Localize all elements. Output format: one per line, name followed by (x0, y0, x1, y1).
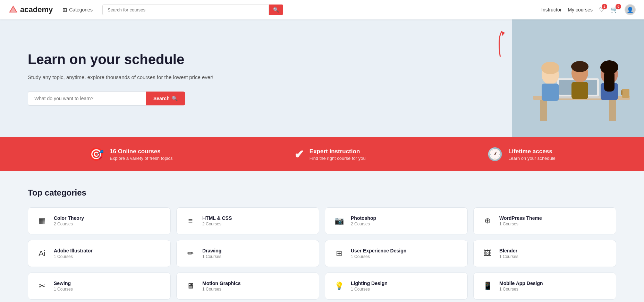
categories-title: Top categories (28, 188, 616, 198)
svg-rect-19 (604, 71, 615, 92)
cat-info-sewing: Sewing 1 Courses (54, 281, 73, 292)
cat-count-wordpress: 1 Courses (499, 222, 542, 226)
my-courses-link[interactable]: My courses (568, 7, 593, 12)
banner-lifetime-title: Lifetime access (508, 148, 556, 155)
cat-name-photoshop: Photoshop (351, 215, 376, 221)
category-card-mobile-app[interactable]: 📱 Mobile App Design 1 Courses (473, 273, 616, 300)
wishlist-badge: 2 (602, 4, 607, 9)
banner-lifetime-sub: Learn on your schedule (508, 156, 556, 161)
cat-icon-sewing: ✂ (35, 279, 49, 293)
instructor-link[interactable]: Instructor (541, 7, 561, 12)
cat-icon-color-theory: ▦ (35, 214, 49, 228)
svg-rect-6 (609, 100, 616, 121)
banner-expert-title: Expert instruction (310, 148, 366, 155)
hero-title: Learn on your schedule (28, 51, 213, 68)
categories-grid: ▦ Color Theory 2 Courses ≡ HTML & CSS 2 … (28, 207, 616, 300)
clock-icon: 🕐 (487, 147, 503, 162)
cat-icon-drawing: ✏ (184, 247, 197, 260)
hero-subtitle: Study any topic, anytime. explore thousa… (28, 73, 213, 81)
svg-point-15 (571, 61, 588, 72)
cat-count-photoshop: 2 Courses (351, 222, 376, 226)
category-card-lighting-design[interactable]: 💡 Lighting Design 1 Courses (325, 273, 468, 300)
hero-search-label: Search (153, 96, 170, 101)
cat-name-blender: Blender (499, 248, 518, 253)
svg-rect-21 (621, 90, 622, 95)
cat-count-color-theory: 2 Courses (54, 222, 84, 226)
target-icon: 🎯 (88, 147, 104, 162)
category-card-motion-graphics[interactable]: 🖥 Motion Graphics 1 Courses (176, 273, 319, 300)
cat-icon-blender: 🖼 (481, 247, 494, 260)
cat-info-wordpress: WordPress Theme 1 Courses (499, 215, 542, 226)
cat-icon-photoshop: 📷 (332, 214, 346, 228)
category-card-photoshop[interactable]: 📷 Photoshop 2 Courses (325, 207, 468, 234)
banner-courses-sub: Explore a variety of fresh topics (110, 156, 172, 161)
navbar-search-button[interactable]: 🔍 (269, 5, 283, 15)
cat-name-ux-design: User Experience Design (351, 248, 406, 253)
navbar-search-input[interactable] (102, 5, 269, 15)
hero-search-button[interactable]: Search 🔍 (146, 92, 185, 105)
logo[interactable]: academy (8, 5, 53, 15)
hero-content: Learn on your schedule Study any topic, … (0, 30, 241, 127)
logo-text: academy (20, 5, 53, 14)
cat-icon-wordpress: ⊕ (481, 214, 494, 228)
category-card-adobe-illustrator[interactable]: Ai Adobe Illustrator 1 Courses (28, 240, 171, 267)
grid-icon: ⊞ (62, 7, 67, 13)
hero-search-input[interactable] (28, 91, 146, 106)
banner-expert-sub: Find the right course for you (310, 156, 366, 161)
check-icon: ✔ (294, 147, 304, 161)
cat-name-mobile-app: Mobile App Design (499, 281, 543, 286)
wishlist-button[interactable]: ♡ 2 (599, 6, 604, 14)
categories-label: Categories (69, 7, 93, 12)
search-icon: 🔍 (172, 96, 178, 101)
svg-rect-14 (571, 82, 588, 99)
cat-info-photoshop: Photoshop 2 Courses (351, 215, 376, 226)
cat-icon-adobe-illustrator: Ai (35, 247, 49, 260)
cat-name-wordpress: WordPress Theme (499, 215, 542, 221)
cat-name-lighting-design: Lighting Design (351, 281, 388, 286)
cat-icon-ux-design: ⊞ (332, 247, 346, 260)
cat-info-mobile-app: Mobile App Design 1 Courses (499, 281, 543, 292)
category-card-sewing[interactable]: ✂ Sewing 1 Courses (28, 273, 171, 300)
category-card-drawing[interactable]: ✏ Drawing 1 Courses (176, 240, 319, 267)
avatar[interactable]: 👤 (625, 4, 636, 15)
cat-icon-lighting-design: 💡 (332, 279, 346, 293)
categories-section: Top categories ▦ Color Theory 2 Courses … (0, 171, 644, 302)
cat-name-html-css: HTML & CSS (202, 215, 232, 221)
category-card-ux-design[interactable]: ⊞ User Experience Design 1 Courses (325, 240, 468, 267)
banner-item-lifetime: 🕐 Lifetime access Learn on your schedule (487, 147, 556, 162)
navbar-search: 🔍 (102, 5, 535, 15)
svg-rect-5 (540, 100, 547, 121)
category-card-wordpress[interactable]: ⊕ WordPress Theme 1 Courses (473, 207, 616, 234)
cat-info-adobe-illustrator: Adobe Illustrator 1 Courses (54, 248, 93, 259)
banner-item-expert: ✔ Expert instruction Find the right cour… (294, 147, 366, 161)
cat-info-color-theory: Color Theory 2 Courses (54, 215, 84, 226)
cat-count-sewing: 1 Courses (54, 287, 73, 292)
cat-name-color-theory: Color Theory (54, 215, 84, 221)
cat-info-lighting-design: Lighting Design 1 Courses (351, 281, 388, 292)
cat-count-html-css: 2 Courses (202, 222, 232, 226)
navbar: academy ⊞ Categories 🔍 Instructor My cou… (0, 0, 644, 19)
cart-badge: 0 (616, 4, 621, 9)
categories-button[interactable]: ⊞ Categories (59, 5, 96, 15)
category-card-color-theory[interactable]: ▦ Color Theory 2 Courses (28, 207, 171, 234)
cat-info-ux-design: User Experience Design 1 Courses (351, 248, 406, 259)
cat-count-lighting-design: 1 Courses (351, 287, 388, 292)
cat-info-drawing: Drawing 1 Courses (202, 248, 221, 259)
cart-button[interactable]: 🛒 0 (611, 6, 618, 14)
cat-count-drawing: 1 Courses (202, 254, 221, 259)
cat-icon-html-css: ≡ (184, 214, 197, 228)
hero-search-bar: Search 🔍 (28, 91, 213, 106)
cat-name-sewing: Sewing (54, 281, 73, 286)
cat-name-drawing: Drawing (202, 248, 221, 253)
cat-info-motion-graphics: Motion Graphics 1 Courses (202, 281, 240, 292)
category-card-html-css[interactable]: ≡ HTML & CSS 2 Courses (176, 207, 319, 234)
hero-image (512, 19, 644, 137)
banner-courses-title: 16 Online courses (110, 148, 172, 155)
cat-icon-motion-graphics: 🖥 (184, 279, 197, 293)
cat-info-html-css: HTML & CSS 2 Courses (202, 215, 232, 226)
nav-right: Instructor My courses ♡ 2 🛒 0 👤 (541, 4, 636, 15)
category-card-blender[interactable]: 🖼 Blender 1 Courses (473, 240, 616, 267)
cat-count-adobe-illustrator: 1 Courses (54, 254, 93, 259)
cat-count-ux-design: 1 Courses (351, 254, 406, 259)
banner-item-courses: 🎯 16 Online courses Explore a variety of… (88, 147, 172, 162)
